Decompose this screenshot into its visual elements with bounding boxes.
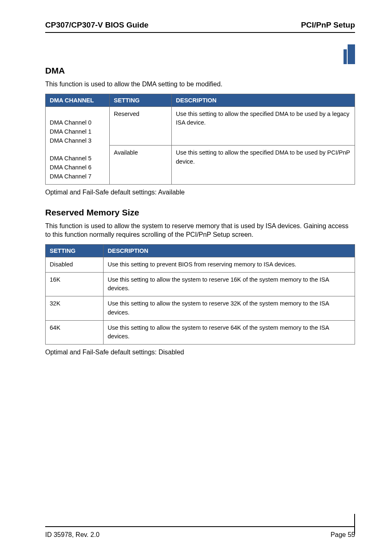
page-footer: ID 35978, Rev. 2.0 Page 55 bbox=[45, 526, 355, 539]
dma-table-h0: DMA CHANNEL bbox=[46, 94, 110, 106]
table-row: 64K Use this setting to allow the system… bbox=[46, 320, 355, 345]
dma-table: DMA CHANNEL SETTING DESCRIPTION DMA Chan… bbox=[45, 94, 355, 185]
rms-setting-2: 32K bbox=[46, 296, 104, 321]
rms-desc-0: Use this setting to prevent BIOS from re… bbox=[104, 257, 355, 272]
dma-setting-0: Reserved bbox=[110, 106, 172, 146]
section-dma-intro: This function is used to allow the DMA s… bbox=[45, 80, 355, 89]
footer-left: ID 35978, Rev. 2.0 bbox=[45, 531, 99, 539]
table-row: Disabled Use this setting to prevent BIO… bbox=[46, 257, 355, 272]
table-row: DMA Channel 0 DMA Channel 1 DMA Channel … bbox=[46, 106, 355, 146]
dma-channels-a: DMA Channel 0 DMA Channel 1 DMA Channel … bbox=[50, 119, 92, 144]
rms-setting-0: Disabled bbox=[46, 257, 104, 272]
dma-desc-1: Use this setting to allow the specified … bbox=[172, 146, 355, 185]
header-right: PCI/PnP Setup bbox=[301, 21, 355, 30]
dma-desc-0: Use this setting to allow the specified … bbox=[172, 106, 355, 146]
rms-setting-1: 16K bbox=[46, 272, 104, 296]
dma-table-h2: DESCRIPTION bbox=[172, 94, 355, 106]
section-dma-title: DMA bbox=[45, 66, 355, 76]
corner-decoration bbox=[344, 44, 355, 64]
rms-desc-2: Use this setting to allow the system to … bbox=[104, 296, 355, 321]
rms-setting-3: 64K bbox=[46, 320, 104, 345]
footer-rule bbox=[45, 526, 355, 527]
header-rule bbox=[45, 32, 355, 33]
rms-table-h1: DESCRIPTION bbox=[104, 244, 355, 257]
section-rms-intro: This function is used to allow the syste… bbox=[45, 222, 355, 239]
header-left: CP307/CP307-V BIOS Guide bbox=[45, 21, 148, 30]
rms-desc-1: Use this setting to allow the system to … bbox=[104, 272, 355, 296]
dma-channels-b: DMA Channel 5 DMA Channel 6 DMA Channel … bbox=[50, 155, 92, 180]
rms-table: SETTING DESCRIPTION Disabled Use this se… bbox=[45, 244, 355, 345]
rms-table-h0: SETTING bbox=[46, 244, 104, 257]
footer-right: Page 55 bbox=[330, 531, 355, 539]
table-row: 16K Use this setting to allow the system… bbox=[46, 272, 355, 296]
dma-table-h1: SETTING bbox=[110, 94, 172, 106]
rms-desc-3: Use this setting to allow the system to … bbox=[104, 320, 355, 345]
table-row: 32K Use this setting to allow the system… bbox=[46, 296, 355, 321]
section-rms-after: Optimal and Fail-Safe default settings: … bbox=[45, 349, 355, 356]
section-dma-after: Optimal and Fail-Safe default settings: … bbox=[45, 189, 355, 196]
dma-setting-1: Available bbox=[110, 146, 172, 185]
section-rms-title: Reserved Memory Size bbox=[45, 208, 355, 217]
